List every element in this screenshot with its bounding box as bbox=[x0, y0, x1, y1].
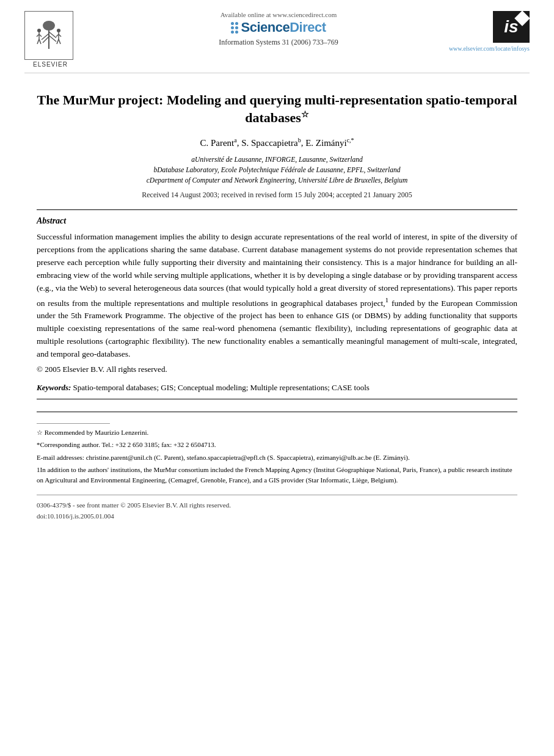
abstract-divider-top bbox=[37, 209, 517, 210]
is-logo: is www.elsevier.com/locate/infosys bbox=[481, 11, 530, 52]
affiliations: aUniversité de Lausanne, INFORGE, Lausan… bbox=[37, 154, 517, 186]
available-online-text: Available online at www.sciencedirect.co… bbox=[221, 11, 337, 18]
main-content: The MurMur project: Modeling and queryin… bbox=[0, 73, 554, 534]
header-center: Available online at www.sciencedirect.co… bbox=[76, 11, 481, 47]
email-footnote-text: E-mail addresses: christine.parent@unil.… bbox=[37, 454, 410, 461]
keywords-line: Keywords: Spatio-temporal databases; GIS… bbox=[37, 383, 517, 393]
svg-point-13 bbox=[57, 29, 60, 32]
bottom-bar: 0306-4379/$ - see front matter © 2005 El… bbox=[37, 495, 517, 522]
svg-line-3 bbox=[42, 34, 49, 40]
affiliation-a: aUniversité de Lausanne, INFORGE, Lausan… bbox=[37, 154, 517, 165]
affiliation-b: bDatabase Laboratory, Ecole Polytechniqu… bbox=[37, 165, 517, 175]
footnote1-text: 1In addition to the authors' institution… bbox=[37, 466, 512, 484]
affiliation-c: cDepartment of Computer and Network Engi… bbox=[37, 175, 517, 186]
issn-line: 0306-4379/$ - see front matter © 2005 El… bbox=[37, 500, 517, 511]
paper-title: The MurMur project: Modeling and queryin… bbox=[37, 92, 517, 127]
paper-title-text: The MurMur project: Modeling and queryin… bbox=[37, 92, 517, 125]
star-superscript: ☆ bbox=[301, 110, 309, 119]
elsevier-url-link[interactable]: www.elsevier.com/locate/infosys bbox=[449, 45, 530, 52]
received-line: Received 14 August 2003; received in rev… bbox=[37, 191, 517, 200]
svg-line-4 bbox=[49, 32, 56, 38]
footer-footnotes: ☆ Recommended by Maurizio Lenzerini. *Co… bbox=[37, 412, 517, 522]
svg-line-11 bbox=[37, 39, 39, 44]
svg-line-6 bbox=[49, 35, 56, 42]
email-footnote: E-mail addresses: christine.parent@unil.… bbox=[37, 453, 517, 463]
abstract-section: Abstract Successful information manageme… bbox=[37, 216, 517, 374]
svg-line-18 bbox=[59, 39, 60, 44]
star-footnote: ☆ Recommended by Maurizio Lenzerini. bbox=[37, 427, 517, 438]
elsevier-tree-icon bbox=[32, 18, 66, 53]
header: ELSEVIER Available online at www.science… bbox=[0, 0, 554, 68]
svg-line-12 bbox=[39, 39, 41, 44]
abstract-text: Successful information management implie… bbox=[37, 231, 517, 361]
sciencedirect-logo: ScienceDirect bbox=[231, 20, 326, 35]
svg-point-2 bbox=[43, 21, 55, 31]
keywords-text: Spatio-temporal databases; GIS; Conceptu… bbox=[73, 383, 370, 392]
svg-point-7 bbox=[37, 29, 41, 32]
copyright-line: © 2005 Elsevier B.V. All rights reserved… bbox=[37, 365, 517, 374]
elsevier-label: ELSEVIER bbox=[24, 61, 76, 68]
keywords-label: Keywords: bbox=[37, 383, 71, 392]
svg-line-17 bbox=[57, 39, 59, 44]
corresponding-footnote: *Corresponding author. Tel.: +32 2 650 3… bbox=[37, 440, 517, 450]
sd-dots-icon bbox=[231, 22, 238, 34]
page: ELSEVIER Available online at www.science… bbox=[0, 0, 554, 756]
authors-line: C. Parenta, S. Spaccapietrab, E. Zimányi… bbox=[37, 137, 517, 148]
doi-line: doi:10.1016/j.is.2005.01.004 bbox=[37, 511, 517, 522]
abstract-title: Abstract bbox=[37, 216, 517, 226]
is-logo-text: is bbox=[504, 17, 518, 37]
corresponding-footnote-text: *Corresponding author. Tel.: +32 2 650 3… bbox=[37, 441, 216, 448]
footnote-divider bbox=[37, 423, 110, 424]
sciencedirect-text: ScienceDirect bbox=[241, 20, 326, 35]
is-logo-box: is bbox=[493, 11, 530, 43]
journal-info: Information Systems 31 (2006) 733–769 bbox=[219, 38, 338, 47]
star-footnote-text: ☆ Recommended by Maurizio Lenzerini. bbox=[37, 429, 148, 436]
footnote1: 1In addition to the authors' institution… bbox=[37, 465, 517, 485]
elsevier-logo: ELSEVIER bbox=[24, 11, 76, 68]
keywords-divider-bottom bbox=[37, 399, 517, 399]
